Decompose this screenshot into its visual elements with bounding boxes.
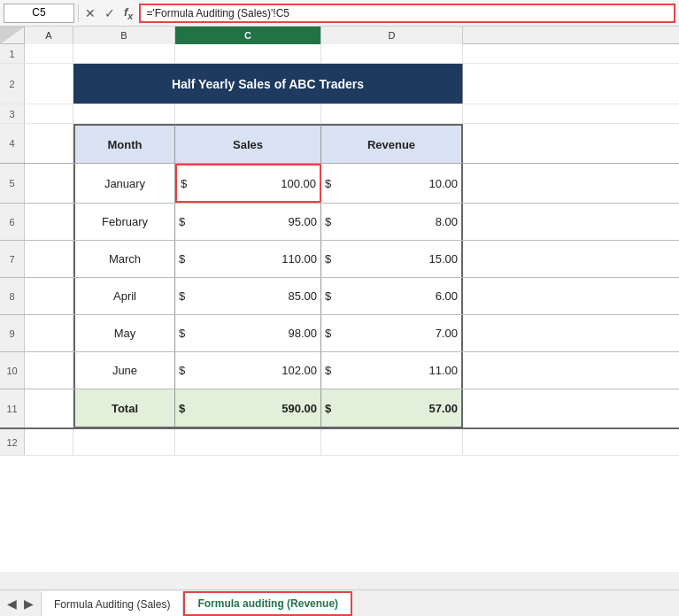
- rev-value-may: 7.00: [436, 327, 458, 340]
- cell-a5[interactable]: [25, 164, 73, 203]
- cell-sales-jan[interactable]: $ 100.00: [175, 164, 321, 203]
- corner-header: [0, 27, 25, 43]
- cell-month-mar[interactable]: March: [73, 241, 175, 277]
- row-num-7: 7: [0, 241, 25, 277]
- total-rev-val: 57.00: [428, 402, 458, 415]
- row-num-5: 5: [0, 164, 25, 203]
- cell-c3[interactable]: [175, 104, 321, 123]
- rev-value-jun: 11.00: [428, 364, 458, 377]
- sales-currency-feb: $: [179, 215, 185, 228]
- tab-next-btn[interactable]: ▶: [21, 595, 36, 612]
- cell-month-apr[interactable]: April: [73, 278, 175, 314]
- rev-value-feb: 8.00: [436, 215, 458, 228]
- cell-month-jun[interactable]: June: [73, 352, 175, 389]
- rev-currency-feb: $: [325, 215, 331, 228]
- header-month[interactable]: Month: [73, 124, 175, 163]
- cell-total-sales[interactable]: $ 590.00: [175, 389, 321, 427]
- formula-icons: ✕ ✓ fx: [82, 5, 135, 21]
- col-header-a[interactable]: A: [25, 27, 73, 44]
- cell-b3[interactable]: [73, 104, 175, 123]
- total-sales-sym: $: [179, 402, 185, 415]
- col-header-d[interactable]: D: [321, 27, 463, 44]
- row-num-6: 6: [0, 204, 25, 240]
- total-sales-val: 590.00: [282, 402, 317, 415]
- sales-value-apr: 85.00: [288, 289, 317, 303]
- svg-marker-0: [0, 27, 25, 44]
- sales-value-jun: 102.00: [282, 364, 317, 377]
- cell-a12[interactable]: [25, 429, 73, 455]
- sales-value-jan: 100.00: [281, 177, 316, 190]
- rev-currency-jun: $: [325, 364, 331, 377]
- name-box[interactable]: C5: [4, 4, 74, 23]
- cell-month-may[interactable]: May: [73, 315, 175, 351]
- cell-sales-feb[interactable]: $ 95.00: [175, 204, 321, 240]
- row-num-3: 3: [0, 104, 25, 123]
- title-cell[interactable]: Half Yearly Sales of ABC Traders: [73, 64, 463, 104]
- cell-a4[interactable]: [25, 124, 73, 163]
- tab-bar: ◀ ▶ Formula Auditing (Sales) Formula aud…: [0, 589, 679, 616]
- cell-sales-may[interactable]: $ 98.00: [175, 315, 321, 351]
- tab-prev-btn[interactable]: ◀: [4, 595, 19, 612]
- rev-value-apr: 6.00: [436, 289, 458, 303]
- confirm-icon[interactable]: ✓: [102, 6, 118, 20]
- cell-a9[interactable]: [25, 315, 73, 351]
- row-num-11: 11: [0, 389, 25, 427]
- cell-a1[interactable]: [25, 44, 73, 63]
- row-num-12: 12: [0, 429, 25, 455]
- sales-value-may: 98.00: [288, 327, 317, 340]
- cell-revenue-mar[interactable]: $ 15.00: [321, 241, 463, 277]
- spreadsheet: A B C D 1 2 Half Yearly Sales of ABC Tra…: [0, 27, 679, 572]
- sales-value-mar: 110.00: [282, 252, 317, 266]
- sales-currency-may: $: [179, 327, 185, 340]
- row-num-2: 2: [0, 64, 25, 104]
- sales-currency-jun: $: [179, 364, 185, 377]
- cell-total-revenue[interactable]: $ 57.00: [321, 389, 463, 427]
- row-num-10: 10: [0, 352, 25, 389]
- col-header-c[interactable]: C: [175, 27, 321, 44]
- cell-total-label[interactable]: Total: [73, 389, 175, 427]
- cell-sales-apr[interactable]: $ 85.00: [175, 278, 321, 314]
- rev-currency-apr: $: [325, 289, 331, 303]
- sales-value-feb: 95.00: [288, 215, 317, 228]
- row-num-8: 8: [0, 278, 25, 314]
- cell-b12[interactable]: [73, 429, 175, 455]
- cell-revenue-jan[interactable]: $ 10.00: [321, 164, 463, 203]
- cell-a10[interactable]: [25, 352, 73, 389]
- rev-value-mar: 15.00: [428, 252, 458, 266]
- cell-a11[interactable]: [25, 389, 73, 427]
- cell-a7[interactable]: [25, 241, 73, 277]
- fx-icon[interactable]: fx: [121, 5, 135, 21]
- tab-nav-buttons: ◀ ▶: [0, 595, 41, 612]
- cell-d3[interactable]: [321, 104, 463, 123]
- sales-currency-mar: $: [179, 252, 185, 266]
- formula-input[interactable]: ='Formula Auditing (Sales)'!C5: [139, 4, 675, 23]
- cell-revenue-apr[interactable]: $ 6.00: [321, 278, 463, 314]
- col-header-b[interactable]: B: [73, 27, 175, 44]
- cancel-icon[interactable]: ✕: [82, 6, 98, 20]
- formula-bar-divider: [78, 4, 79, 22]
- tab-revenue[interactable]: Formula auditing (Revenue): [183, 591, 352, 616]
- cell-a6[interactable]: [25, 204, 73, 240]
- rev-currency-mar: $: [325, 252, 331, 266]
- cell-b1[interactable]: [73, 44, 175, 63]
- cell-d1[interactable]: [321, 44, 463, 63]
- sales-currency-apr: $: [179, 289, 185, 303]
- cell-revenue-jun[interactable]: $ 11.00: [321, 352, 463, 389]
- header-revenue[interactable]: Revenue: [321, 124, 463, 163]
- cell-revenue-feb[interactable]: $ 8.00: [321, 204, 463, 240]
- cell-c1[interactable]: [175, 44, 321, 63]
- cell-sales-mar[interactable]: $ 110.00: [175, 241, 321, 277]
- rev-currency-jan: $: [325, 177, 331, 190]
- cell-a2[interactable]: [25, 64, 73, 104]
- cell-sales-jun[interactable]: $ 102.00: [175, 352, 321, 389]
- total-rev-sym: $: [325, 402, 331, 415]
- header-sales[interactable]: Sales: [175, 124, 321, 163]
- cell-a3[interactable]: [25, 104, 73, 123]
- cell-d12[interactable]: [321, 429, 463, 455]
- cell-revenue-may[interactable]: $ 7.00: [321, 315, 463, 351]
- cell-month-feb[interactable]: February: [73, 204, 175, 240]
- cell-a8[interactable]: [25, 278, 73, 314]
- tab-sales[interactable]: Formula Auditing (Sales): [41, 591, 183, 616]
- cell-month-jan[interactable]: January: [73, 164, 175, 203]
- cell-c12[interactable]: [175, 429, 321, 455]
